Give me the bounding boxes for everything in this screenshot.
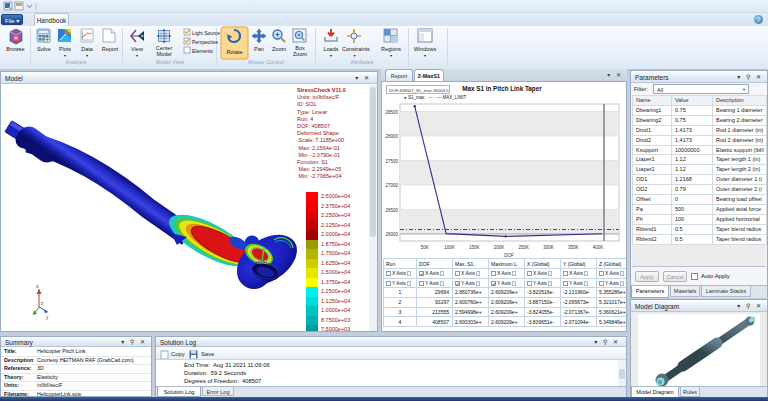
svg-text:27500: 27500 bbox=[385, 159, 398, 164]
svg-text:250K: 250K bbox=[518, 245, 529, 250]
svg-text:200K: 200K bbox=[494, 245, 505, 250]
svg-text:350K: 350K bbox=[568, 245, 579, 250]
svg-text:100K: 100K bbox=[444, 245, 455, 250]
svg-text:x: x bbox=[36, 283, 39, 289]
svg-text:z: z bbox=[41, 301, 44, 306]
svg-text:DOF: DOF bbox=[504, 253, 514, 258]
svg-text:27000: 27000 bbox=[385, 183, 398, 188]
svg-text:28500: 28500 bbox=[385, 110, 398, 115]
svg-text:y: y bbox=[46, 315, 49, 320]
svg-text:26000: 26000 bbox=[385, 232, 398, 237]
svg-text:400K: 400K bbox=[593, 245, 604, 250]
svg-text:28000: 28000 bbox=[385, 134, 398, 139]
svg-text:150K: 150K bbox=[469, 245, 480, 250]
svg-text:26500: 26500 bbox=[385, 208, 398, 213]
svg-text:300K: 300K bbox=[543, 245, 554, 250]
svg-text:50K: 50K bbox=[421, 245, 429, 250]
